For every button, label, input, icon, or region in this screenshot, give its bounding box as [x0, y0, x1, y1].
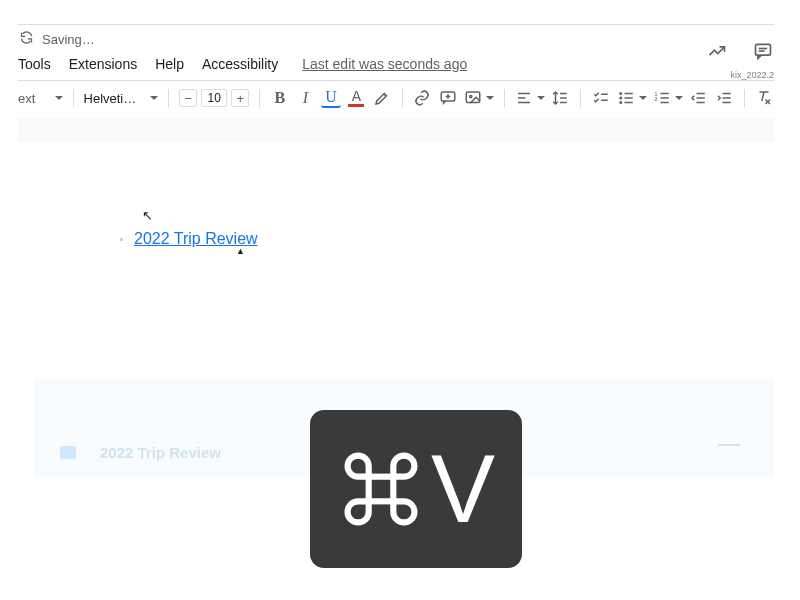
- menu-divider: [18, 80, 774, 81]
- separator: [259, 89, 260, 107]
- chevron-down-icon[interactable]: [55, 96, 63, 100]
- top-right-actions: [706, 40, 774, 62]
- insert-comment-button[interactable]: [438, 87, 458, 109]
- keyboard-shortcut-overlay: V: [310, 410, 522, 568]
- menu-extensions[interactable]: Extensions: [69, 56, 137, 72]
- refresh-icon: [19, 30, 34, 48]
- decrease-indent-button[interactable]: [689, 87, 709, 109]
- separator: [73, 89, 74, 107]
- activity-icon[interactable]: [706, 40, 728, 62]
- chevron-down-icon: [537, 96, 545, 100]
- svg-point-18: [620, 102, 622, 104]
- caret-indicator-icon: ▲: [236, 246, 245, 256]
- chevron-down-icon[interactable]: [150, 96, 158, 100]
- menu-accessibility[interactable]: Accessibility: [202, 56, 278, 72]
- separator: [580, 89, 581, 107]
- chevron-down-icon: [675, 96, 683, 100]
- font-size-input[interactable]: [201, 89, 227, 107]
- styles-dropdown[interactable]: ext: [18, 91, 45, 106]
- separator: [168, 89, 169, 107]
- font-size-increase-button[interactable]: +: [231, 89, 249, 107]
- svg-point-17: [620, 97, 622, 99]
- insert-link-button[interactable]: [413, 87, 433, 109]
- align-button[interactable]: [515, 89, 545, 107]
- list-bullet: [120, 238, 123, 241]
- v-key-label: V: [431, 441, 495, 537]
- svg-rect-35: [369, 477, 394, 502]
- increase-indent-button[interactable]: [714, 87, 734, 109]
- bulleted-list-button[interactable]: [617, 89, 647, 107]
- text-color-letter: A: [352, 89, 361, 103]
- document-page[interactable]: [64, 145, 664, 375]
- font-size-group: − +: [179, 89, 249, 107]
- bold-button[interactable]: B: [270, 87, 290, 109]
- svg-text:2: 2: [654, 96, 657, 102]
- highlight-button[interactable]: [372, 87, 392, 109]
- comment-history-icon[interactable]: [752, 40, 774, 62]
- chevron-down-icon: [486, 96, 494, 100]
- text-color-bar: [348, 104, 364, 107]
- numbered-list-button[interactable]: 12: [653, 89, 683, 107]
- cursor-arrow-icon: ↖: [142, 208, 153, 223]
- lower-panel-action: [718, 444, 740, 446]
- separator: [744, 89, 745, 107]
- insert-image-button[interactable]: [464, 89, 494, 107]
- top-divider: [18, 24, 774, 25]
- svg-rect-0: [756, 44, 771, 55]
- italic-button[interactable]: I: [296, 87, 316, 109]
- text-color-button[interactable]: A: [347, 87, 367, 109]
- menu-help[interactable]: Help: [155, 56, 184, 72]
- menu-bar: Tools Extensions Help Accessibility Last…: [18, 56, 467, 72]
- lower-panel-title: 2022 Trip Review: [100, 444, 221, 461]
- svg-point-16: [620, 93, 622, 95]
- font-size-decrease-button[interactable]: −: [179, 89, 197, 107]
- saving-text: Saving…: [42, 32, 95, 47]
- chevron-down-icon: [639, 96, 647, 100]
- command-key-icon: [337, 445, 425, 533]
- separator: [504, 89, 505, 107]
- underline-button[interactable]: U: [321, 88, 341, 108]
- line-spacing-button[interactable]: [551, 87, 571, 109]
- clear-formatting-button[interactable]: [755, 87, 775, 109]
- ruler-area: [18, 118, 774, 142]
- formatting-toolbar: ext Helvetica … − + B I U A: [18, 86, 774, 110]
- svg-point-7: [469, 95, 471, 97]
- checklist-button[interactable]: [591, 87, 611, 109]
- saving-status: Saving…: [19, 30, 95, 48]
- last-edit-link[interactable]: Last edit was seconds ago: [302, 56, 467, 72]
- menu-tools[interactable]: Tools: [18, 56, 51, 72]
- lower-panel-chip: [60, 446, 76, 459]
- separator: [402, 89, 403, 107]
- version-tag: kix_2022.2: [730, 70, 774, 80]
- font-family-dropdown[interactable]: Helvetica …: [84, 91, 141, 106]
